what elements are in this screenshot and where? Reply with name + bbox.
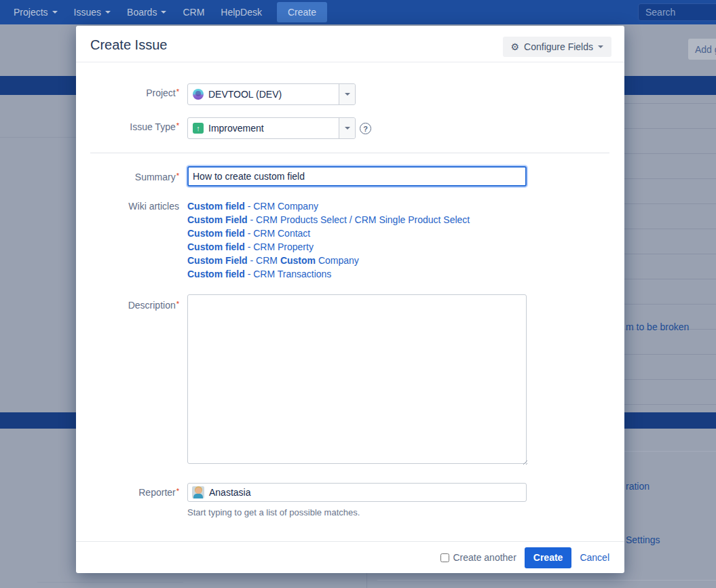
create-another-checkbox[interactable] <box>440 553 449 562</box>
cancel-link[interactable]: Cancel <box>580 552 609 563</box>
create-button[interactable]: Create <box>525 547 572 568</box>
improvement-arrow-up-icon: ↑ <box>193 123 204 134</box>
gear-icon: ⚙ <box>511 42 520 52</box>
reporter-avatar <box>192 486 204 498</box>
summary-input[interactable] <box>187 166 527 187</box>
issue-type-field-label: Issue Type* <box>76 121 179 132</box>
dialog-header: Create Issue ⚙ Configure Fields <box>76 26 624 62</box>
wiki-article-link[interactable]: Custom field - CRM Transactions <box>187 267 470 281</box>
configure-fields-label: Configure Fields <box>524 41 593 52</box>
wiki-article-link[interactable]: Custom Field - CRM Custom Company <box>187 254 470 267</box>
required-asterisk: * <box>176 300 179 308</box>
chevron-down-icon <box>598 45 603 48</box>
create-issue-dialog: Create Issue ⚙ Configure Fields Project*… <box>76 26 624 573</box>
issue-type-select[interactable]: ↑ Improvement <box>187 117 356 139</box>
dialog-title: Create Issue <box>90 37 167 53</box>
wiki-article-link[interactable]: Custom field - CRM Company <box>187 199 470 213</box>
issue-type-select-value: Improvement <box>208 123 264 134</box>
issue-type-select-dropdown-button[interactable] <box>339 118 355 138</box>
wiki-articles-list: Custom field - CRM CompanyCustom Field -… <box>187 199 470 281</box>
required-asterisk: * <box>176 121 179 130</box>
chevron-down-icon <box>345 93 350 96</box>
reporter-field-label: Reporter* <box>76 487 179 498</box>
form-section-divider <box>90 153 609 153</box>
issue-type-help-icon[interactable]: ? <box>360 123 371 134</box>
reporter-help-text: Start typing to get a list of possible m… <box>187 507 360 517</box>
project-select-value: DEVTOOL (DEV) <box>208 89 282 100</box>
create-another-option: Create another <box>440 552 516 563</box>
dialog-footer: Create another Create Cancel <box>76 541 624 573</box>
project-select-dropdown-button[interactable] <box>339 84 355 104</box>
wiki-article-link[interactable]: Custom field - CRM Property <box>187 240 470 254</box>
description-field-label: Description* <box>76 300 179 311</box>
required-asterisk: * <box>176 172 179 180</box>
wiki-article-link[interactable]: Custom Field - CRM Products Select / CRM… <box>187 213 470 227</box>
required-asterisk: * <box>176 87 179 96</box>
create-another-label: Create another <box>453 552 516 563</box>
project-select[interactable]: DEVTOOL (DEV) <box>187 83 356 105</box>
reporter-value: Anastasia <box>209 487 250 498</box>
configure-fields-button[interactable]: ⚙ Configure Fields <box>503 37 612 57</box>
wiki-articles-label: Wiki articles <box>76 201 179 212</box>
description-textarea[interactable] <box>187 294 527 464</box>
reporter-input[interactable]: Anastasia <box>187 483 527 502</box>
project-field-label: Project* <box>76 87 179 98</box>
chevron-down-icon <box>345 127 350 130</box>
project-avatar-icon <box>193 89 204 100</box>
summary-field-label: Summary* <box>76 172 179 182</box>
required-asterisk: * <box>176 487 179 495</box>
wiki-article-link[interactable]: Custom field - CRM Contact <box>187 227 470 240</box>
